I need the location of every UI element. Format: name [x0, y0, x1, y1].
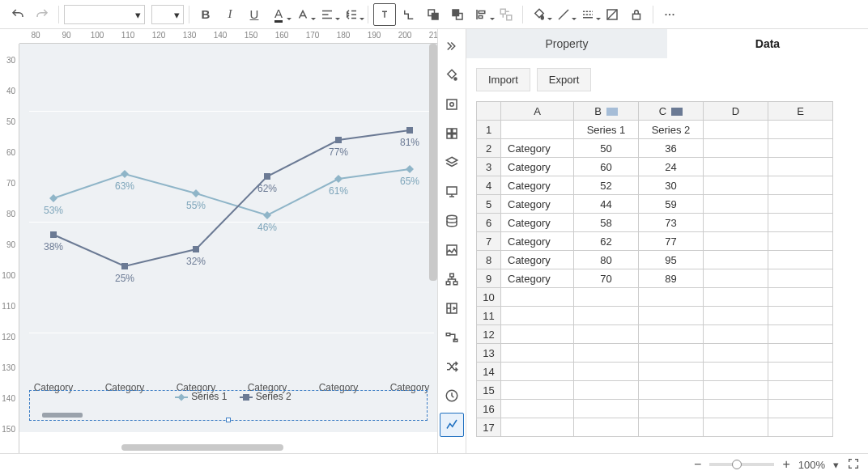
row-header[interactable]: 2: [477, 139, 501, 158]
import-button[interactable]: Import: [476, 68, 530, 91]
grid-cell[interactable]: [574, 363, 639, 381]
grid-cell[interactable]: [574, 325, 639, 344]
grid-cell[interactable]: [639, 381, 704, 400]
grid-cell[interactable]: 30: [639, 176, 704, 195]
grid-cell[interactable]: [704, 232, 768, 251]
row-header[interactable]: 14: [477, 363, 501, 381]
row-header[interactable]: 13: [477, 344, 501, 363]
grid-cell[interactable]: [501, 288, 574, 307]
grid-cell[interactable]: [574, 288, 639, 307]
grid-cell[interactable]: [768, 269, 833, 288]
grid-cell[interactable]: 36: [639, 139, 704, 158]
italic-button[interactable]: I: [219, 3, 241, 26]
grid-cell[interactable]: [768, 251, 833, 269]
grid-cell[interactable]: 70: [574, 269, 639, 288]
grid-cell[interactable]: [768, 176, 833, 195]
font-family-select[interactable]: ▾: [64, 5, 145, 24]
grid-cell[interactable]: 95: [639, 251, 704, 269]
grid-cell[interactable]: [501, 418, 574, 437]
grid-cell[interactable]: Category: [501, 158, 574, 176]
row-header[interactable]: 17: [477, 418, 501, 437]
row-header[interactable]: 12: [477, 325, 501, 344]
grid-cell[interactable]: [704, 121, 768, 139]
grid-cell[interactable]: [639, 344, 704, 363]
grid-cell[interactable]: [639, 288, 704, 307]
row-header[interactable]: 4: [477, 176, 501, 195]
grid-cell[interactable]: 44: [574, 195, 639, 214]
grid-cell[interactable]: [768, 232, 833, 251]
grid-cell[interactable]: [704, 325, 768, 344]
grid-cell[interactable]: [704, 139, 768, 158]
col-header-A[interactable]: A: [501, 102, 574, 121]
grid-cell[interactable]: [574, 307, 639, 325]
grid-cell[interactable]: 52: [574, 176, 639, 195]
export-button[interactable]: Export: [537, 68, 592, 91]
grid-cell[interactable]: [501, 325, 574, 344]
grid-cell[interactable]: [704, 344, 768, 363]
grid-cell[interactable]: Category: [501, 251, 574, 269]
database-icon[interactable]: [440, 209, 464, 233]
text-effects-button[interactable]: [291, 3, 314, 26]
grid-cell[interactable]: [704, 269, 768, 288]
data-grid[interactable]: ABCDE1Series 1Series 22Category50363Cate…: [476, 101, 833, 437]
grid-cell[interactable]: [639, 307, 704, 325]
horizontal-scrollbar[interactable]: [121, 444, 283, 451]
grid-cell[interactable]: [704, 400, 768, 418]
row-header[interactable]: 15: [477, 381, 501, 400]
grid-cell[interactable]: [704, 418, 768, 437]
align-button[interactable]: [316, 3, 338, 26]
grid-cell[interactable]: [704, 307, 768, 325]
grid-cell[interactable]: [704, 214, 768, 232]
grid-cell[interactable]: [768, 288, 833, 307]
group-button[interactable]: [495, 3, 517, 26]
chart-plot-area[interactable]: Category53%38%Category63%25%Category55%3…: [29, 68, 434, 375]
hierarchy-icon[interactable]: [440, 267, 464, 291]
grid-cell[interactable]: [501, 400, 574, 418]
grid-cell[interactable]: Category: [501, 195, 574, 214]
connector-button[interactable]: [398, 3, 420, 26]
zoom-dropdown-icon[interactable]: ▾: [833, 459, 839, 471]
grid-cell[interactable]: [768, 214, 833, 232]
underline-button[interactable]: U: [243, 3, 266, 26]
col-header-E[interactable]: E: [768, 102, 833, 121]
vertical-scrollbar[interactable]: [429, 44, 437, 281]
grid-cell[interactable]: [768, 139, 833, 158]
line-color-button[interactable]: [552, 3, 575, 26]
shuffle-icon[interactable]: [440, 354, 464, 379]
grid-cell[interactable]: Category: [501, 176, 574, 195]
grid-cell[interactable]: [501, 381, 574, 400]
zoom-out-button[interactable]: −: [694, 457, 701, 472]
grid-cell[interactable]: 59: [639, 195, 704, 214]
selection-handle[interactable]: [226, 418, 231, 422]
row-header[interactable]: 6: [477, 214, 501, 232]
grid-cell[interactable]: [639, 400, 704, 418]
line-style-button[interactable]: [577, 3, 599, 26]
layers-icon[interactable]: [440, 151, 464, 175]
grid-cell[interactable]: [704, 363, 768, 381]
line-spacing-button[interactable]: [340, 3, 363, 26]
grid-cell[interactable]: [501, 344, 574, 363]
grid-cell[interactable]: [768, 418, 833, 437]
grid-cell[interactable]: [639, 325, 704, 344]
grid-cell[interactable]: 50: [574, 139, 639, 158]
row-header[interactable]: 1: [477, 121, 501, 139]
row-header[interactable]: 11: [477, 307, 501, 325]
grid-cell[interactable]: 62: [574, 232, 639, 251]
grid-cell[interactable]: 24: [639, 158, 704, 176]
grid-cell[interactable]: [501, 363, 574, 381]
grid-cell[interactable]: 80: [574, 251, 639, 269]
grid-cell[interactable]: 89: [639, 269, 704, 288]
grid-cell[interactable]: [768, 307, 833, 325]
grid-cell[interactable]: [768, 195, 833, 214]
more-button[interactable]: [658, 3, 681, 26]
fill-tool-icon[interactable]: [440, 63, 464, 87]
grid-cell[interactable]: [574, 344, 639, 363]
grid-cell[interactable]: [574, 400, 639, 418]
presentation-icon[interactable]: [440, 180, 464, 204]
row-header[interactable]: 9: [477, 269, 501, 288]
legend-selection-box[interactable]: Series 1 Series 2: [29, 390, 428, 421]
align-objects-button[interactable]: [470, 3, 493, 26]
grid-cell[interactable]: [501, 121, 574, 139]
grid-cell[interactable]: 77: [639, 232, 704, 251]
col-header-C[interactable]: C: [639, 102, 704, 121]
